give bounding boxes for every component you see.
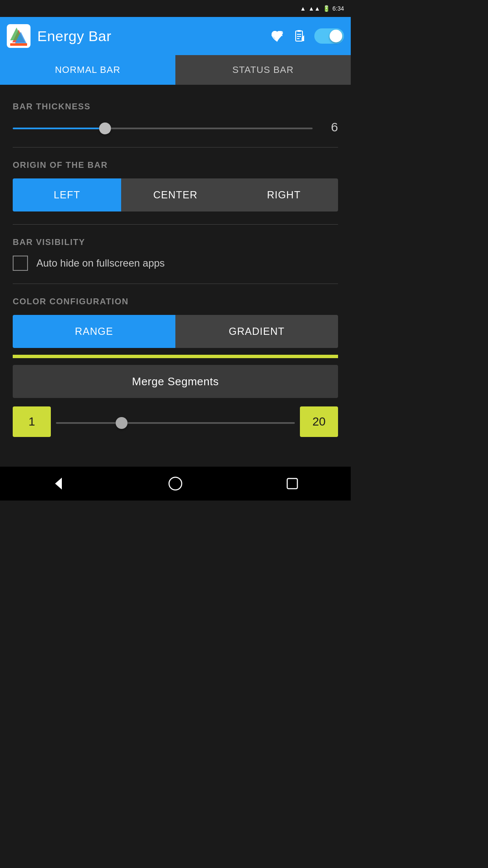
status-bar: ▲ ▲▲ 🔋 6:34: [0, 0, 351, 17]
bar-visibility-label: BAR VISIBILITY: [13, 237, 338, 247]
merge-segments-button[interactable]: Merge Segments: [13, 365, 338, 398]
like-button[interactable]: [270, 29, 284, 43]
range-slider-container: [56, 418, 295, 426]
top-bar-actions: [270, 28, 344, 44]
color-range-button[interactable]: RANGE: [13, 315, 175, 348]
range-min-badge: 1: [13, 406, 51, 437]
color-gradient-button[interactable]: GRADIENT: [175, 315, 338, 348]
app-logo: [7, 24, 30, 48]
color-config-section: COLOR CONFIGURATION RANGE GRADIENT Merge…: [13, 297, 338, 437]
toggle-switch[interactable]: [314, 28, 344, 44]
origin-right-button[interactable]: RIGHT: [230, 178, 338, 211]
range-row: 1 20: [13, 406, 338, 437]
autohide-label: Auto hide on fullscreen apps: [36, 257, 165, 269]
nav-bar: [0, 467, 351, 501]
divider-2: [13, 224, 338, 225]
clipboard-button[interactable]: [292, 29, 306, 43]
origin-left-button[interactable]: LEFT: [13, 178, 121, 211]
autohide-checkbox[interactable]: [13, 256, 28, 271]
signal-icon: ▲▲: [308, 5, 320, 12]
battery-icon: 🔋: [323, 5, 330, 12]
nav-home-button[interactable]: [163, 471, 188, 496]
svg-rect-12: [287, 479, 297, 489]
app-title-text: Energy Bar: [37, 28, 263, 45]
divider-3: [13, 284, 338, 284]
wifi-icon: ▲: [300, 5, 306, 12]
svg-rect-5: [297, 30, 301, 32]
toggle-knob: [330, 30, 342, 42]
svg-rect-3: [10, 43, 27, 46]
tab-bar: NORMAL BAR STATUS BAR: [0, 55, 351, 85]
thickness-slider-container: [13, 123, 313, 131]
origin-button-group: LEFT CENTER RIGHT: [13, 178, 338, 211]
color-preview-bar: [13, 355, 338, 358]
thickness-slider-row: 6: [13, 120, 338, 134]
tab-normal-bar[interactable]: NORMAL BAR: [0, 55, 175, 85]
range-slider[interactable]: [56, 422, 295, 424]
status-bar-icons: ▲ ▲▲ 🔋 6:34: [300, 5, 344, 12]
color-config-label: COLOR CONFIGURATION: [13, 297, 338, 306]
autohide-row: Auto hide on fullscreen apps: [13, 256, 338, 271]
time-display: 6:34: [333, 5, 344, 12]
svg-point-11: [169, 477, 182, 490]
origin-bar-label: ORIGIN OF THE BAR: [13, 160, 338, 170]
thickness-slider[interactable]: [13, 128, 313, 129]
origin-bar-section: ORIGIN OF THE BAR LEFT CENTER RIGHT: [13, 160, 338, 211]
content-area: BAR THICKNESS 6 ORIGIN OF THE BAR LEFT C…: [0, 85, 351, 450]
bar-thickness-label: BAR THICKNESS: [13, 102, 338, 111]
thickness-value: 6: [321, 120, 338, 134]
bar-visibility-section: BAR VISIBILITY Auto hide on fullscreen a…: [13, 237, 338, 271]
origin-center-button[interactable]: CENTER: [121, 178, 230, 211]
nav-recent-button[interactable]: [280, 471, 305, 496]
top-bar: Energy Bar: [0, 17, 351, 55]
divider-1: [13, 147, 338, 147]
svg-marker-10: [55, 478, 62, 490]
tab-status-bar[interactable]: STATUS BAR: [175, 55, 351, 85]
bar-thickness-section: BAR THICKNESS 6: [13, 102, 338, 134]
range-max-badge: 20: [300, 406, 338, 437]
nav-back-button[interactable]: [46, 471, 71, 496]
color-button-group: RANGE GRADIENT: [13, 315, 338, 348]
